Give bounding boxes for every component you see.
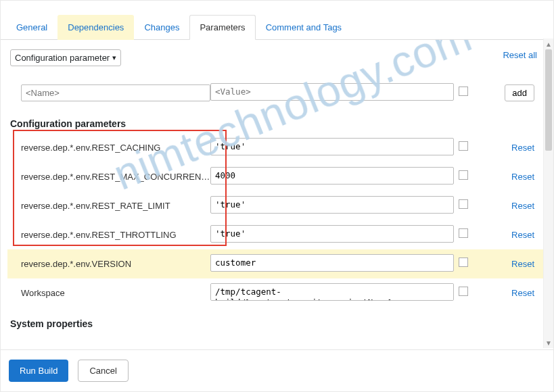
tab-parameters[interactable]: Parameters xyxy=(189,15,255,40)
scroll-up-icon[interactable]: ▲ xyxy=(544,39,553,49)
param-row: WorkspaceReset xyxy=(7,278,547,308)
param-value-input[interactable] xyxy=(210,283,454,301)
copy-icon[interactable] xyxy=(460,88,468,96)
param-value-input[interactable] xyxy=(210,254,454,272)
tab-comments[interactable]: Comment and Tags xyxy=(256,15,352,40)
scrollbar-thumb[interactable] xyxy=(545,49,552,151)
param-row: reverse.dep.*.env.VERSIONReset xyxy=(7,249,547,278)
reset-all-link[interactable]: Reset all xyxy=(503,49,547,62)
new-param-name-input[interactable] xyxy=(21,84,210,101)
param-name: reverse.dep.*.env.VERSION xyxy=(7,259,210,269)
chevron-down-icon: ▾ xyxy=(112,53,116,62)
tab-general[interactable]: General xyxy=(6,15,57,40)
vertical-scrollbar[interactable]: ▲ ▼ xyxy=(543,39,553,348)
param-value-input[interactable] xyxy=(210,167,454,185)
reset-link[interactable]: Reset xyxy=(511,259,534,269)
param-row: system.metadefender_fail_buildReset xyxy=(7,333,547,337)
section-config-params: Configuration parameters xyxy=(7,107,547,133)
param-value-input[interactable] xyxy=(210,196,454,214)
param-row: reverse.dep.*.env.REST_CACHINGReset xyxy=(7,133,547,162)
param-name: reverse.dep.*.env.REST_RATE_LIMIT xyxy=(7,201,210,211)
section-system-props: System properties xyxy=(7,308,547,333)
param-name: reverse.dep.*.env.REST_CACHING xyxy=(7,143,210,153)
add-button[interactable]: add xyxy=(505,84,534,101)
param-name: reverse.dep.*.env.REST_THROTTLING xyxy=(7,230,210,240)
add-param-row: add xyxy=(7,78,547,107)
scroll-area: Configuration parameter ▾ Reset all add … xyxy=(1,40,553,337)
scroll-down-icon[interactable]: ▼ xyxy=(544,337,553,348)
param-value-input[interactable] xyxy=(210,138,454,155)
reset-link[interactable]: Reset xyxy=(511,230,534,240)
cancel-button[interactable]: Cancel xyxy=(78,360,128,382)
reset-link[interactable]: Reset xyxy=(511,172,534,182)
param-value-input[interactable] xyxy=(210,225,454,243)
tab-dependencies[interactable]: Dependencies xyxy=(57,15,134,40)
param-row: reverse.dep.*.env.REST_THROTTLINGReset xyxy=(7,220,547,249)
copy-icon[interactable] xyxy=(460,201,468,209)
copy-icon[interactable] xyxy=(460,143,468,151)
param-row: reverse.dep.*.env.REST_MAX_CONCURRENT...… xyxy=(7,162,547,191)
reset-link[interactable]: Reset xyxy=(511,143,534,153)
param-type-select[interactable]: Configuration parameter ▾ xyxy=(10,49,121,66)
new-param-value-input[interactable] xyxy=(210,83,454,101)
param-name: Workspace xyxy=(7,288,210,298)
param-name: reverse.dep.*.env.REST_MAX_CONCURRENT... xyxy=(7,172,210,182)
param-type-label: Configuration parameter xyxy=(15,53,110,63)
copy-icon[interactable] xyxy=(460,172,468,180)
run-build-button[interactable]: Run Build xyxy=(9,360,68,382)
copy-icon[interactable] xyxy=(460,230,468,238)
tab-bar: General Dependencies Changes Parameters … xyxy=(1,14,553,40)
copy-icon[interactable] xyxy=(460,259,468,267)
reset-link[interactable]: Reset xyxy=(511,201,534,211)
tab-changes[interactable]: Changes xyxy=(134,15,189,40)
param-row: reverse.dep.*.env.REST_RATE_LIMITReset xyxy=(7,191,547,220)
footer-bar: Run Build Cancel xyxy=(1,349,553,391)
reset-link[interactable]: Reset xyxy=(511,288,534,298)
copy-icon[interactable] xyxy=(460,288,468,296)
